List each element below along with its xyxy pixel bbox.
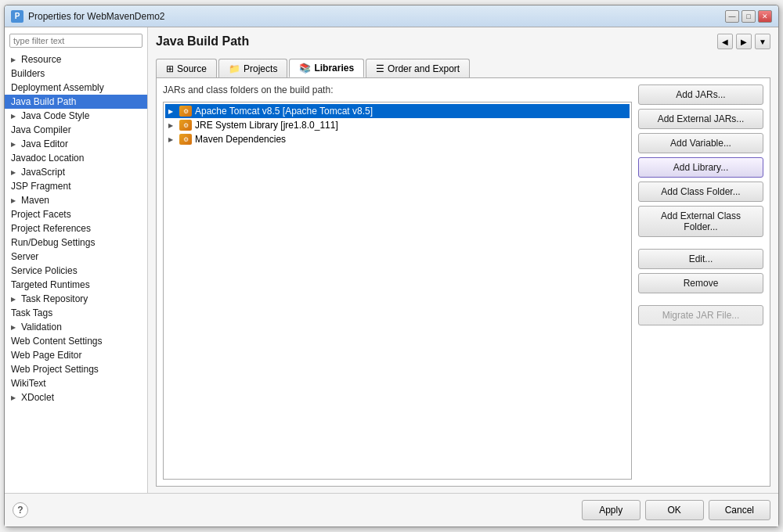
action-btn-add-external-class-folder-[interactable]: Add External Class Folder... <box>638 206 763 237</box>
window-icon: P <box>11 10 23 23</box>
sidebar-item-run-debug-settings[interactable]: Run/Debug Settings <box>5 235 147 250</box>
sidebar-item-web-project-settings[interactable]: Web Project Settings <box>5 362 147 376</box>
library-icon: ⚙ <box>179 120 192 131</box>
main-window: P Properties for WebMavenDemo2 — □ ✕ Res… <box>4 5 779 527</box>
sidebar-item-javascript[interactable]: JavaScript <box>5 165 147 179</box>
nav-icons: ◀ ▶ ▼ <box>717 34 770 49</box>
button-spacer <box>638 297 763 301</box>
content-panel: JARs and class folders on the build path… <box>156 77 770 487</box>
action-btn-add-jars-[interactable]: Add JARs... <box>638 84 763 105</box>
tab-order-and-export[interactable]: ☰Order and Export <box>366 59 470 77</box>
action-btn-migrate-jar-file-: Migrate JAR File... <box>638 305 763 325</box>
sidebar-item-wikitext[interactable]: WikiText <box>5 376 147 390</box>
sidebar-item-jsp-fragment[interactable]: JSP Fragment <box>5 179 147 193</box>
titlebar: P Properties for WebMavenDemo2 — □ ✕ <box>5 5 778 27</box>
content-title: Java Build Path <box>156 34 249 49</box>
sidebar-item-builders[interactable]: Builders <box>5 66 147 81</box>
sidebar-item-java-build-path[interactable]: Java Build Path <box>5 95 147 109</box>
sidebar-item-service-policies[interactable]: Service Policies <box>5 264 147 278</box>
tab-projects[interactable]: 📁Projects <box>218 59 287 77</box>
tabs: ⊞Source📁Projects📚Libraries☰Order and Exp… <box>156 59 770 77</box>
apply-button[interactable]: Apply <box>582 500 640 520</box>
cancel-button[interactable]: Cancel <box>709 500 770 520</box>
sidebar-item-java-code-style[interactable]: Java Code Style <box>5 109 147 123</box>
sidebar: ResourceBuildersDeployment AssemblyJava … <box>5 27 148 493</box>
sidebar-filter-input[interactable] <box>9 34 143 48</box>
library-icon: ⚙ <box>179 106 192 117</box>
back-button[interactable]: ◀ <box>717 34 733 49</box>
sidebar-item-java-editor[interactable]: Java Editor <box>5 137 147 151</box>
content-area: Java Build Path ◀ ▶ ▼ ⊞Source📁Projects📚L… <box>148 27 778 493</box>
library-item-2[interactable]: ▶⚙Maven Dependencies <box>165 132 630 146</box>
sidebar-item-server[interactable]: Server <box>5 250 147 264</box>
sidebar-item-xdoclet[interactable]: XDoclet <box>5 390 147 404</box>
library-item-0[interactable]: ▶⚙Apache Tomcat v8.5 [Apache Tomcat v8.5… <box>165 104 630 118</box>
sidebar-item-task-tags[interactable]: Task Tags <box>5 306 147 320</box>
sidebar-item-project-references[interactable]: Project References <box>5 221 147 235</box>
maximize-button[interactable]: □ <box>742 10 756 23</box>
tab-source[interactable]: ⊞Source <box>156 59 217 77</box>
sidebar-item-javadoc-location[interactable]: Javadoc Location <box>5 151 147 165</box>
library-item-1[interactable]: ▶⚙JRE System Library [jre1.8.0_111] <box>165 118 630 132</box>
action-btn-add-class-folder-[interactable]: Add Class Folder... <box>638 182 763 202</box>
sidebar-item-targeted-runtimes[interactable]: Targeted Runtimes <box>5 278 147 292</box>
sidebar-item-task-repository[interactable]: Task Repository <box>5 292 147 306</box>
tab-libraries[interactable]: 📚Libraries <box>289 59 364 77</box>
sidebar-item-java-compiler[interactable]: Java Compiler <box>5 123 147 137</box>
action-btn-edit-[interactable]: Edit... <box>638 249 763 269</box>
main-content: ResourceBuildersDeployment AssemblyJava … <box>5 27 778 493</box>
sidebar-item-resource[interactable]: Resource <box>5 52 147 66</box>
content-header: Java Build Path ◀ ▶ ▼ <box>156 34 770 56</box>
sidebar-item-maven[interactable]: Maven <box>5 193 147 207</box>
sidebar-item-deployment-assembly[interactable]: Deployment Assembly <box>5 81 147 95</box>
action-buttons-panel: Add JARs...Add External JARs...Add Varia… <box>638 84 763 480</box>
action-btn-add-variable-[interactable]: Add Variable... <box>638 133 763 153</box>
action-btn-add-external-jars-[interactable]: Add External JARs... <box>638 109 763 129</box>
action-btn-remove[interactable]: Remove <box>638 273 763 293</box>
bottom-right-buttons: Apply OK Cancel <box>582 500 770 520</box>
libraries-list: JARs and class folders on the build path… <box>163 84 632 480</box>
sidebar-item-web-page-editor[interactable]: Web Page Editor <box>5 348 147 362</box>
close-button[interactable]: ✕ <box>758 10 772 23</box>
panel-description: JARs and class folders on the build path… <box>163 84 632 95</box>
help-button[interactable]: ? <box>13 502 28 518</box>
ok-button[interactable]: OK <box>645 500 704 520</box>
library-icon: ⚙ <box>179 134 192 145</box>
window-title: Properties for WebMavenDemo2 <box>28 11 720 22</box>
libraries-tree[interactable]: ▶⚙Apache Tomcat v8.5 [Apache Tomcat v8.5… <box>163 102 632 480</box>
forward-button[interactable]: ▶ <box>736 34 752 49</box>
button-spacer <box>638 241 763 245</box>
bottom-bar: ? Apply OK Cancel <box>5 493 778 527</box>
sidebar-item-web-content-settings[interactable]: Web Content Settings <box>5 334 147 348</box>
minimize-button[interactable]: — <box>725 10 739 23</box>
sidebar-item-project-facets[interactable]: Project Facets <box>5 207 147 221</box>
sidebar-item-validation[interactable]: Validation <box>5 320 147 334</box>
menu-button[interactable]: ▼ <box>755 34 770 49</box>
action-btn-add-library-[interactable]: Add Library... <box>638 157 763 178</box>
titlebar-buttons: — □ ✕ <box>725 10 772 23</box>
